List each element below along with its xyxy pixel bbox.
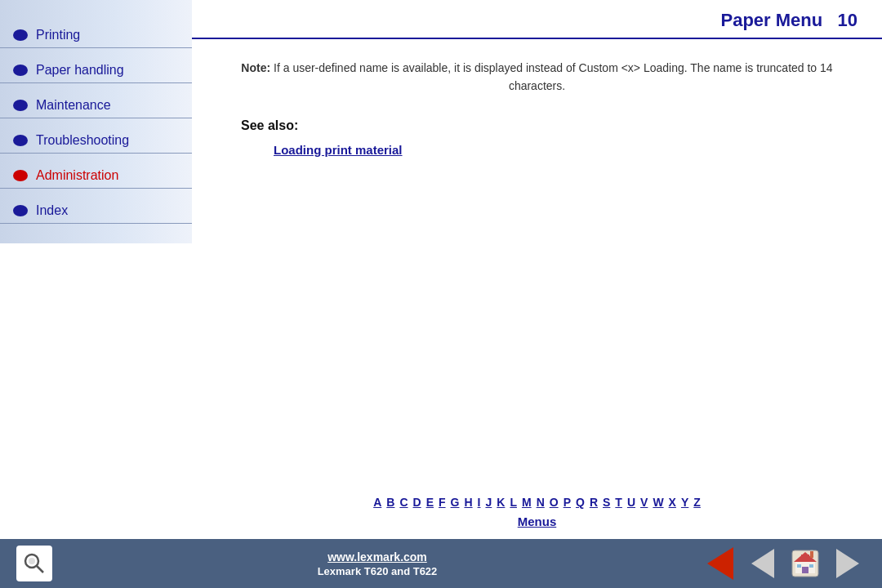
footer-center: www.lexmark.com Lexmark T620 and T622 xyxy=(318,550,438,577)
sidebar-label-paper-handling: Paper handling xyxy=(36,63,124,78)
svg-rect-9 xyxy=(809,564,813,568)
search-button[interactable] xyxy=(16,546,52,581)
alpha-link-c[interactable]: C xyxy=(399,496,408,509)
alpha-link-x[interactable]: X xyxy=(669,496,676,509)
sidebar-label-administration: Administration xyxy=(36,168,118,183)
svg-point-2 xyxy=(29,558,35,564)
sidebar-label-maintenance: Maintenance xyxy=(36,98,111,113)
sidebar-item-administration[interactable]: Administration xyxy=(0,157,192,189)
website-link[interactable]: www.lexmark.com xyxy=(318,550,438,564)
content-area: Paper Menu 10 Note: If a user-defined na… xyxy=(192,0,882,539)
alpha-link-d[interactable]: D xyxy=(413,496,421,509)
menus-link-container: Menus xyxy=(192,514,882,539)
sidebar-item-index[interactable]: Index xyxy=(0,192,192,224)
alpha-link-p[interactable]: P xyxy=(564,496,571,509)
alpha-link-k[interactable]: K xyxy=(497,496,505,509)
alpha-link-s[interactable]: S xyxy=(603,496,610,509)
svg-rect-7 xyxy=(802,567,808,573)
alpha-link-y[interactable]: Y xyxy=(681,496,688,509)
svg-rect-5 xyxy=(801,555,809,561)
sidebar-dot-printing xyxy=(13,29,28,41)
svg-rect-10 xyxy=(810,551,813,558)
alpha-link-m[interactable]: M xyxy=(522,496,532,509)
home-button[interactable]: ~ xyxy=(787,546,823,581)
alpha-link-h[interactable]: H xyxy=(464,496,472,509)
see-also-label: See also: xyxy=(241,118,833,133)
svg-line-1 xyxy=(37,566,43,572)
next-arrow-icon xyxy=(836,549,859,578)
home-icon: ~ xyxy=(789,547,822,580)
alpha-link-a[interactable]: A xyxy=(373,496,381,509)
alphabet-nav: ABCDEFGHIJKLMNOPQRSTUVWXYZ xyxy=(192,485,882,514)
sidebar-dot-maintenance xyxy=(13,100,28,111)
alpha-link-n[interactable]: N xyxy=(537,496,545,509)
alpha-link-f[interactable]: F xyxy=(439,496,446,509)
loading-print-material-link[interactable]: Loading print material xyxy=(274,143,403,157)
footer: www.lexmark.com Lexmark T620 and T622 xyxy=(0,539,882,588)
alpha-link-b[interactable]: B xyxy=(386,496,394,509)
sidebar-label-troubleshooting: Troubleshooting xyxy=(36,133,129,148)
menus-link[interactable]: Menus xyxy=(518,514,557,528)
device-label: Lexmark T620 and T622 xyxy=(318,565,438,577)
next-button[interactable] xyxy=(830,546,866,581)
alpha-link-j[interactable]: J xyxy=(485,496,492,509)
alpha-link-v[interactable]: V xyxy=(640,496,648,509)
sidebar-dot-index xyxy=(13,205,28,216)
page-title: Paper Menu 10 xyxy=(216,10,858,31)
svg-text:~: ~ xyxy=(810,547,813,552)
sidebar-item-paper-handling[interactable]: Paper handling xyxy=(0,51,192,83)
sidebar-item-troubleshooting[interactable]: Troubleshooting xyxy=(0,122,192,154)
alpha-link-i[interactable]: I xyxy=(478,496,481,509)
note-text: Note: If a user-defined name is availabl… xyxy=(241,59,833,96)
back-button[interactable] xyxy=(702,546,738,581)
sidebar-item-printing[interactable]: Printing xyxy=(0,16,192,48)
back-arrow-icon xyxy=(707,547,733,580)
alpha-link-z[interactable]: Z xyxy=(693,496,701,509)
note-content: If a user-defined name is available, it … xyxy=(270,61,832,92)
alpha-link-g[interactable]: G xyxy=(451,496,460,509)
svg-rect-8 xyxy=(797,564,801,568)
alpha-link-w[interactable]: W xyxy=(653,496,663,509)
sidebar-dot-administration xyxy=(13,170,28,181)
alpha-link-o[interactable]: O xyxy=(550,496,559,509)
sidebar-dot-paper-handling xyxy=(13,65,28,76)
content-body: Note: If a user-defined name is availabl… xyxy=(192,39,882,485)
alpha-link-q[interactable]: Q xyxy=(576,496,585,509)
sidebar-dot-troubleshooting xyxy=(13,135,28,146)
sidebar-label-index: Index xyxy=(36,203,68,218)
alpha-link-u[interactable]: U xyxy=(627,496,635,509)
alpha-link-e[interactable]: E xyxy=(426,496,434,509)
alpha-link-r[interactable]: R xyxy=(590,496,598,509)
search-icon xyxy=(16,546,52,581)
sidebar: PrintingPaper handlingMaintenanceTrouble… xyxy=(0,0,192,539)
sidebar-label-printing: Printing xyxy=(36,28,80,42)
alpha-link-l[interactable]: L xyxy=(510,496,517,509)
prev-button[interactable] xyxy=(745,546,781,581)
alpha-link-t[interactable]: T xyxy=(615,496,622,509)
content-header: Paper Menu 10 xyxy=(192,0,882,39)
prev-arrow-icon xyxy=(751,549,774,578)
sidebar-item-maintenance[interactable]: Maintenance xyxy=(0,87,192,118)
note-label: Note: xyxy=(241,61,270,74)
footer-navigation: ~ xyxy=(702,546,866,581)
